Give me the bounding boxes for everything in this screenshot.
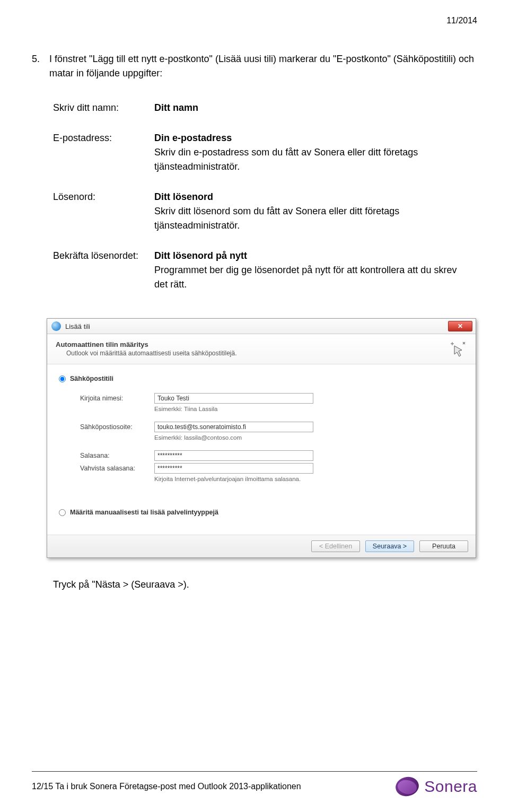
sonera-icon	[396, 777, 419, 796]
confirm-password-label: Vahvista salasana:	[80, 465, 154, 472]
dialog-titlebar: Lisää tili ✕	[47, 319, 476, 334]
def-desc: Programmet ber dig ge lösenordet på nytt…	[154, 263, 472, 292]
step-number: 5.	[32, 52, 40, 81]
close-icon: ✕	[458, 322, 463, 330]
password-label: Salasana:	[80, 452, 154, 459]
definitions-table: Skriv ditt namn: Ditt namn E-postadress:…	[53, 95, 477, 302]
sonera-wordmark: Sonera	[424, 778, 477, 796]
app-icon	[51, 321, 61, 331]
def-value: Ditt namn	[154, 102, 198, 113]
radio-email-account[interactable]: Sähköpostitili	[59, 375, 464, 382]
def-label: Skriv ditt namn:	[53, 95, 154, 126]
instruction-after: Tryck på "Nästa > (Seuraava >).	[53, 579, 477, 590]
email-hint: Esimerkki: lassila@contoso.com	[154, 434, 464, 441]
step-text: I fönstret "Lägg till ett nytt e-postkon…	[49, 52, 477, 81]
dialog-header-title: Automaattinen tilin määritys	[56, 340, 237, 348]
radio-email-label: Sähköpostitili	[70, 375, 113, 382]
radio-manual-setup[interactable]: Määritä manuaalisesti tai lisää palvelin…	[59, 509, 464, 516]
def-label: Lösenord:	[53, 185, 154, 243]
footer-text: 12/15 Ta i bruk Sonera Företagse-post me…	[32, 782, 301, 791]
password-input[interactable]	[154, 450, 313, 461]
add-account-dialog: Lisää tili ✕ Automaattinen tilin määrity…	[47, 318, 476, 558]
def-value: Din e-postadress	[154, 131, 472, 145]
next-button[interactable]: Seuraava >	[365, 540, 414, 552]
name-hint: Esimerkki: Tiina Lassila	[154, 406, 464, 412]
cancel-button[interactable]: Peruuta	[419, 540, 468, 552]
email-input[interactable]	[154, 422, 313, 432]
password-hint: Kirjoita Internet-palveluntarjoajan ilmo…	[154, 476, 464, 482]
def-label: E-postadress:	[53, 126, 154, 185]
def-desc: Skriv din e-postadress som du fått av So…	[154, 145, 472, 174]
name-label: Kirjoita nimesi:	[80, 395, 154, 402]
email-label: Sähköpostiosoite:	[80, 423, 154, 431]
def-value: Ditt lösenord på nytt	[154, 249, 472, 263]
confirm-password-input[interactable]	[154, 463, 313, 474]
back-button: < Edellinen	[311, 540, 360, 552]
radio-input[interactable]	[59, 376, 66, 382]
close-button[interactable]: ✕	[448, 321, 472, 331]
def-value: Ditt lösenord	[154, 190, 472, 204]
dialog-title: Lisää tili	[65, 322, 90, 330]
def-label: Bekräfta lösenordet:	[53, 243, 154, 302]
def-desc: Skriv ditt lösenord som du fått av Soner…	[154, 204, 472, 233]
radio-input[interactable]	[59, 509, 66, 516]
header-date: 11/2014	[32, 16, 477, 25]
sonera-logo: Sonera	[396, 777, 477, 796]
name-input[interactable]	[154, 393, 313, 404]
dialog-header-subtitle: Outlook voi määrittää automaattisesti us…	[66, 350, 237, 357]
cursor-icon	[449, 340, 467, 359]
radio-manual-label: Määritä manuaalisesti tai lisää palvelin…	[70, 509, 218, 516]
